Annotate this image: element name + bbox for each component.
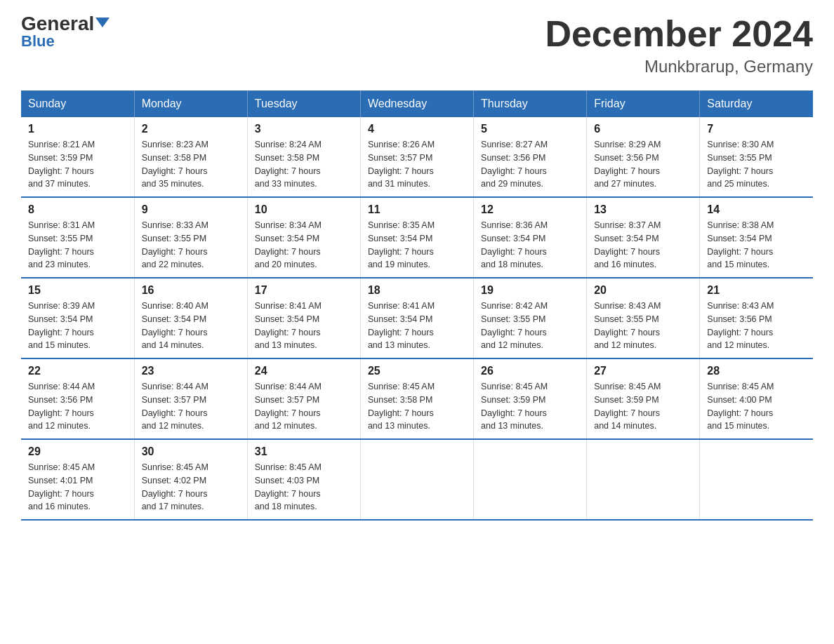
day-number: 8 — [28, 203, 127, 216]
day-header-monday: Monday — [134, 90, 247, 117]
calendar-cell: 21Sunrise: 8:43 AM Sunset: 3:56 PM Dayli… — [700, 278, 813, 358]
day-info: Sunrise: 8:33 AM Sunset: 3:55 PM Dayligh… — [142, 219, 240, 271]
calendar-week-row: 29Sunrise: 8:45 AM Sunset: 4:01 PM Dayli… — [21, 439, 813, 520]
day-number: 19 — [481, 284, 579, 297]
day-info: Sunrise: 8:31 AM Sunset: 3:55 PM Dayligh… — [28, 219, 127, 271]
day-header-wednesday: Wednesday — [360, 90, 473, 117]
day-info: Sunrise: 8:34 AM Sunset: 3:54 PM Dayligh… — [255, 219, 353, 271]
day-number: 9 — [142, 203, 240, 216]
day-header-friday: Friday — [587, 90, 700, 117]
calendar-cell: 28Sunrise: 8:45 AM Sunset: 4:00 PM Dayli… — [700, 358, 813, 439]
day-number: 6 — [594, 123, 692, 135]
calendar-cell: 25Sunrise: 8:45 AM Sunset: 3:58 PM Dayli… — [360, 358, 473, 439]
calendar-cell: 18Sunrise: 8:41 AM Sunset: 3:54 PM Dayli… — [360, 278, 473, 358]
calendar-cell: 20Sunrise: 8:43 AM Sunset: 3:55 PM Dayli… — [587, 278, 700, 358]
calendar-cell: 17Sunrise: 8:41 AM Sunset: 3:54 PM Dayli… — [247, 278, 360, 358]
day-info: Sunrise: 8:40 AM Sunset: 3:54 PM Dayligh… — [142, 300, 240, 352]
day-number: 18 — [368, 284, 466, 297]
day-number: 10 — [255, 203, 353, 216]
day-info: Sunrise: 8:21 AM Sunset: 3:59 PM Dayligh… — [28, 138, 127, 191]
day-number: 3 — [255, 123, 353, 135]
day-info: Sunrise: 8:29 AM Sunset: 3:56 PM Dayligh… — [594, 138, 692, 191]
calendar-cell: 1Sunrise: 8:21 AM Sunset: 3:59 PM Daylig… — [21, 117, 134, 197]
day-number: 14 — [707, 203, 806, 216]
day-number: 15 — [28, 284, 127, 297]
page-header: General Blue December 2024 Munkbrarup, G… — [21, 14, 813, 76]
location-subtitle: Munkbrarup, Germany — [545, 57, 813, 76]
day-number: 5 — [481, 123, 579, 135]
day-number: 17 — [255, 284, 353, 297]
calendar-cell: 27Sunrise: 8:45 AM Sunset: 3:59 PM Dayli… — [587, 358, 700, 439]
calendar-cell: 16Sunrise: 8:40 AM Sunset: 3:54 PM Dayli… — [134, 278, 247, 358]
day-info: Sunrise: 8:45 AM Sunset: 3:59 PM Dayligh… — [594, 380, 692, 433]
day-header-thursday: Thursday — [474, 90, 587, 117]
day-number: 25 — [368, 365, 466, 377]
day-number: 29 — [28, 445, 127, 458]
calendar-cell: 13Sunrise: 8:37 AM Sunset: 3:54 PM Dayli… — [587, 197, 700, 278]
calendar-cell: 9Sunrise: 8:33 AM Sunset: 3:55 PM Daylig… — [134, 197, 247, 278]
day-number: 30 — [142, 445, 240, 458]
calendar-cell: 3Sunrise: 8:24 AM Sunset: 3:58 PM Daylig… — [247, 117, 360, 197]
day-info: Sunrise: 8:42 AM Sunset: 3:55 PM Dayligh… — [481, 300, 579, 352]
calendar-cell: 15Sunrise: 8:39 AM Sunset: 3:54 PM Dayli… — [21, 278, 134, 358]
calendar-cell — [474, 439, 587, 520]
day-number: 28 — [707, 365, 806, 377]
calendar-cell: 26Sunrise: 8:45 AM Sunset: 3:59 PM Dayli… — [474, 358, 587, 439]
day-number: 20 — [594, 284, 692, 297]
calendar-cell: 22Sunrise: 8:44 AM Sunset: 3:56 PM Dayli… — [21, 358, 134, 439]
day-number: 26 — [481, 365, 579, 377]
calendar-cell: 29Sunrise: 8:45 AM Sunset: 4:01 PM Dayli… — [21, 439, 134, 520]
day-info: Sunrise: 8:30 AM Sunset: 3:55 PM Dayligh… — [707, 138, 806, 191]
day-number: 12 — [481, 203, 579, 216]
day-info: Sunrise: 8:43 AM Sunset: 3:55 PM Dayligh… — [594, 300, 692, 352]
logo-text: General — [21, 14, 110, 34]
calendar-week-row: 15Sunrise: 8:39 AM Sunset: 3:54 PM Dayli… — [21, 278, 813, 358]
day-number: 1 — [28, 123, 127, 135]
day-number: 27 — [594, 365, 692, 377]
day-number: 4 — [368, 123, 466, 135]
day-info: Sunrise: 8:27 AM Sunset: 3:56 PM Dayligh… — [481, 138, 579, 191]
day-info: Sunrise: 8:41 AM Sunset: 3:54 PM Dayligh… — [255, 300, 353, 352]
day-info: Sunrise: 8:44 AM Sunset: 3:57 PM Dayligh… — [255, 380, 353, 433]
day-info: Sunrise: 8:45 AM Sunset: 4:01 PM Dayligh… — [28, 461, 127, 514]
day-info: Sunrise: 8:35 AM Sunset: 3:54 PM Dayligh… — [368, 219, 466, 271]
day-info: Sunrise: 8:26 AM Sunset: 3:57 PM Dayligh… — [368, 138, 466, 191]
calendar-cell: 4Sunrise: 8:26 AM Sunset: 3:57 PM Daylig… — [360, 117, 473, 197]
calendar-cell: 19Sunrise: 8:42 AM Sunset: 3:55 PM Dayli… — [474, 278, 587, 358]
calendar-cell: 8Sunrise: 8:31 AM Sunset: 3:55 PM Daylig… — [21, 197, 134, 278]
logo-blue-text: Blue — [21, 32, 55, 51]
day-info: Sunrise: 8:41 AM Sunset: 3:54 PM Dayligh… — [368, 300, 466, 352]
calendar-cell — [700, 439, 813, 520]
day-number: 21 — [707, 284, 806, 297]
day-number: 23 — [142, 365, 240, 377]
day-info: Sunrise: 8:45 AM Sunset: 4:02 PM Dayligh… — [142, 461, 240, 514]
day-number: 2 — [142, 123, 240, 135]
calendar-week-row: 8Sunrise: 8:31 AM Sunset: 3:55 PM Daylig… — [21, 197, 813, 278]
day-info: Sunrise: 8:45 AM Sunset: 3:59 PM Dayligh… — [481, 380, 579, 433]
day-number: 22 — [28, 365, 127, 377]
day-number: 24 — [255, 365, 353, 377]
day-info: Sunrise: 8:45 AM Sunset: 3:58 PM Dayligh… — [368, 380, 466, 433]
calendar-cell: 7Sunrise: 8:30 AM Sunset: 3:55 PM Daylig… — [700, 117, 813, 197]
day-info: Sunrise: 8:44 AM Sunset: 3:56 PM Dayligh… — [28, 380, 127, 433]
calendar-cell — [360, 439, 473, 520]
day-info: Sunrise: 8:36 AM Sunset: 3:54 PM Dayligh… — [481, 219, 579, 271]
calendar-cell: 6Sunrise: 8:29 AM Sunset: 3:56 PM Daylig… — [587, 117, 700, 197]
calendar-cell: 30Sunrise: 8:45 AM Sunset: 4:02 PM Dayli… — [134, 439, 247, 520]
logo: General Blue — [21, 14, 110, 51]
day-number: 7 — [707, 123, 806, 135]
day-number: 16 — [142, 284, 240, 297]
day-header-tuesday: Tuesday — [247, 90, 360, 117]
day-header-sunday: Sunday — [21, 90, 134, 117]
logo-triangle-icon — [95, 18, 110, 27]
day-info: Sunrise: 8:37 AM Sunset: 3:54 PM Dayligh… — [594, 219, 692, 271]
calendar-table: SundayMondayTuesdayWednesdayThursdayFrid… — [21, 90, 813, 521]
day-header-saturday: Saturday — [700, 90, 813, 117]
main-title: December 2024 — [545, 14, 813, 54]
calendar-cell — [587, 439, 700, 520]
day-info: Sunrise: 8:24 AM Sunset: 3:58 PM Dayligh… — [255, 138, 353, 191]
calendar-cell: 5Sunrise: 8:27 AM Sunset: 3:56 PM Daylig… — [474, 117, 587, 197]
calendar-cell: 11Sunrise: 8:35 AM Sunset: 3:54 PM Dayli… — [360, 197, 473, 278]
calendar-cell: 2Sunrise: 8:23 AM Sunset: 3:58 PM Daylig… — [134, 117, 247, 197]
calendar-header-row: SundayMondayTuesdayWednesdayThursdayFrid… — [21, 90, 813, 117]
